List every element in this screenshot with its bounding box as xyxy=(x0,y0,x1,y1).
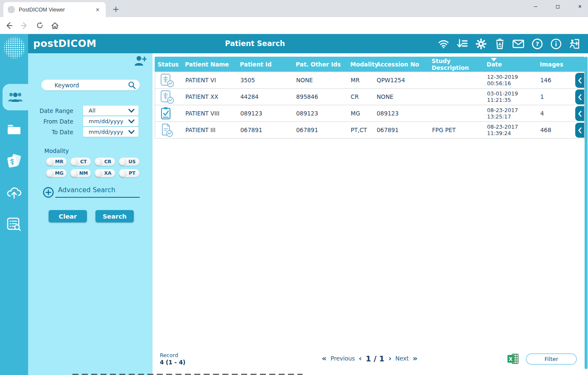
modality-option-label: NM xyxy=(78,170,91,176)
sidebar-item-folders[interactable] xyxy=(0,116,28,143)
sidebar-item-patients[interactable] xyxy=(3,84,28,110)
page-title: Patient Search xyxy=(225,39,285,48)
modality-toggle-mr[interactable]: MR xyxy=(46,158,66,166)
column-header-study-description[interactable]: Study Description xyxy=(432,57,487,72)
column-header-other-ids[interactable]: Pat. Other Ids xyxy=(296,57,350,72)
download-queue-icon[interactable] xyxy=(456,38,468,49)
column-header-status[interactable]: Status xyxy=(158,57,185,72)
sidebar xyxy=(0,53,28,375)
table-row[interactable]: PATIENT VI 3505 NONE MR QPW1254 12-30-20… xyxy=(155,72,585,89)
sidebar-item-studies[interactable] xyxy=(0,148,28,174)
pagination: « Previous ‹ 1 / 1 › Next » xyxy=(155,354,585,363)
from-date-label: From Date xyxy=(28,118,73,125)
filter-button[interactable]: Filter xyxy=(526,353,577,365)
keyword-search-icon[interactable] xyxy=(128,81,136,89)
from-date-select[interactable]: mm/dd/yyyy xyxy=(83,116,138,126)
first-page-button[interactable]: « xyxy=(322,354,327,363)
expand-row-button[interactable] xyxy=(575,123,584,138)
advanced-search-link[interactable]: Advanced Search xyxy=(43,186,141,203)
expand-row-button[interactable] xyxy=(575,89,584,104)
wifi-icon[interactable] xyxy=(438,38,449,49)
modality-toggle-pt[interactable]: PT xyxy=(119,169,139,177)
table-row[interactable]: PATIENT III 067891 067891 PT,CT 067891 F… xyxy=(155,121,585,138)
column-header-images[interactable]: Images xyxy=(540,57,585,72)
expand-row-button[interactable] xyxy=(575,73,584,88)
mail-icon[interactable] xyxy=(513,38,524,49)
toggle-knob xyxy=(71,170,78,177)
expand-row-button[interactable] xyxy=(575,106,584,121)
table-footer: Record 4 (1 - 4) « Previous ‹ 1 / 1 › Ne… xyxy=(155,351,585,369)
trash-icon[interactable] xyxy=(494,38,505,49)
table-row[interactable]: PATIENT XX 44284 895846 CR NONE 03-01-20… xyxy=(155,88,585,105)
sidebar-item-search-logs[interactable] xyxy=(0,211,28,237)
patient-name-cell: PATIENT III xyxy=(185,127,240,133)
clear-button[interactable]: Clear xyxy=(49,210,87,222)
date-cell: 08-23-201713:25:17 xyxy=(487,107,540,120)
modality-option-label: MR xyxy=(53,159,66,164)
column-header-modality[interactable]: Modality xyxy=(350,57,376,72)
chevron-down-icon xyxy=(128,130,135,134)
window-minimize-button[interactable]: — xyxy=(531,1,540,12)
sort-desc-icon xyxy=(491,58,497,61)
previous-page-button[interactable]: Previous xyxy=(331,355,355,362)
excel-export-icon[interactable]: X xyxy=(507,353,519,364)
study-description-cell: FPG PET xyxy=(432,127,487,133)
toggle-knob xyxy=(95,159,102,165)
modality-toggle-ct[interactable]: CT xyxy=(70,158,91,166)
patient-id-cell: 44284 xyxy=(240,93,296,100)
tab-close-icon[interactable]: ✕ xyxy=(94,6,101,14)
keyword-input[interactable] xyxy=(41,80,140,90)
help-icon[interactable]: ? xyxy=(531,38,543,49)
modality-cell: PT,CT xyxy=(351,127,377,133)
window-close-button[interactable]: ✕ xyxy=(575,1,585,12)
to-date-select[interactable]: mm/dd/yyyy xyxy=(83,127,138,137)
info-icon[interactable] xyxy=(550,38,562,49)
table-row[interactable]: PATIENT VIII 089123 089123 MG 089123 08-… xyxy=(155,105,585,122)
other-ids-cell: NONE xyxy=(296,77,351,84)
add-patient-button[interactable] xyxy=(134,55,147,68)
studies-icon xyxy=(6,154,22,168)
date-range-value: All xyxy=(89,107,128,114)
search-button[interactable]: Search xyxy=(95,210,134,222)
refresh-button[interactable] xyxy=(33,19,46,32)
modality-cell: CR xyxy=(351,93,377,100)
back-button[interactable] xyxy=(3,19,15,32)
browser-tab[interactable]: PostDICOM Viewer ✕ xyxy=(3,2,106,17)
other-ids-cell: 895846 xyxy=(296,93,351,100)
table-scrollbar[interactable] xyxy=(585,57,588,369)
modality-option-label: CR xyxy=(102,159,115,164)
date-cell: 08-23-201711:39:24 xyxy=(487,124,540,136)
svg-text:?: ? xyxy=(535,40,539,47)
accession-no-cell: QPW1254 xyxy=(377,77,432,84)
column-header-accession-no[interactable]: Accession No xyxy=(376,57,432,72)
settings-icon[interactable] xyxy=(475,38,487,49)
date-cell: 12-30-201900:56:16 xyxy=(487,74,540,87)
modality-toggle-nm[interactable]: NM xyxy=(70,169,91,177)
toggle-knob xyxy=(71,159,78,165)
patient-name-cell: PATIENT VIII xyxy=(185,110,240,117)
home-button[interactable] xyxy=(49,19,61,32)
modality-toggle-cr[interactable]: CR xyxy=(95,158,115,166)
window-maximize-button[interactable]: □ xyxy=(553,1,562,12)
modality-toggle-mg[interactable]: MG xyxy=(46,169,66,177)
toggle-knob xyxy=(119,170,126,177)
column-header-patient-name[interactable]: Patient Name xyxy=(185,57,240,72)
modality-toggle-us[interactable]: US xyxy=(119,158,139,166)
patient-name-cell: PATIENT VI xyxy=(185,77,240,84)
to-date-value: mm/dd/yyyy xyxy=(89,129,128,135)
modality-toggle-xa[interactable]: XA xyxy=(95,169,115,177)
logout-icon[interactable] xyxy=(569,38,580,49)
next-page-chevron-icon[interactable]: › xyxy=(388,354,391,363)
next-page-button[interactable]: Next xyxy=(395,355,409,362)
list-search-icon xyxy=(7,217,21,231)
sidebar-item-upload[interactable] xyxy=(0,179,28,206)
accession-no-cell: 067891 xyxy=(377,127,432,133)
previous-page-chevron-icon[interactable]: ‹ xyxy=(359,354,362,363)
date-range-select[interactable]: All xyxy=(83,106,138,115)
column-header-date[interactable]: Date xyxy=(487,57,540,72)
chevron-down-icon xyxy=(128,108,135,113)
column-header-patient-id[interactable]: Patient Id xyxy=(240,57,296,72)
forward-button[interactable] xyxy=(18,19,31,32)
new-tab-button[interactable]: + xyxy=(110,3,122,15)
last-page-button[interactable]: » xyxy=(412,354,418,363)
